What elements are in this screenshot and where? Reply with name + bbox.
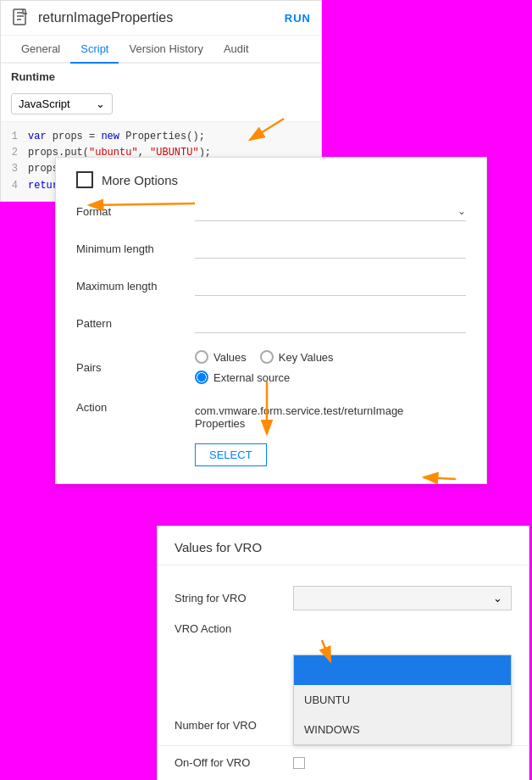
more-options-panel: More Options Format ⌄ Minimum length Max… [55, 157, 487, 484]
tab-audit[interactable]: Audit [213, 36, 259, 64]
pairs-first-row: Values Key Values [195, 350, 466, 364]
format-select[interactable]: ⌄ [195, 202, 466, 221]
tab-general[interactable]: General [11, 36, 70, 64]
line-num-2: 2 [1, 145, 28, 161]
on-off-for-vro-row: On-Off for VRO [158, 749, 529, 776]
app-title: returnImageProperties [38, 10, 285, 25]
action-row: Action com.vmware.form.service.test/retu… [76, 401, 466, 433]
action-text-1: com.vmware.form.service.test/returnImage [195, 404, 466, 417]
line-num-1: 1 [1, 129, 28, 145]
pattern-input[interactable] [195, 313, 466, 333]
runtime-label: Runtime [1, 64, 321, 90]
external-source-radio[interactable] [195, 370, 208, 384]
max-length-label: Maximum length [76, 280, 195, 292]
string-for-vro-chevron-icon: ⌄ [493, 592, 502, 604]
external-source-option[interactable]: External source [195, 370, 466, 384]
more-options-title: More Options [102, 173, 178, 187]
string-for-vro-dropdown-container: ⌄ [293, 586, 512, 610]
pattern-row: Pattern [76, 313, 466, 333]
min-length-label: Minimum length [76, 242, 195, 255]
string-for-vro-select[interactable]: ⌄ [293, 586, 512, 610]
key-values-label: Key Values [279, 351, 334, 364]
nav-tabs: General Script Version History Audit [1, 36, 321, 64]
more-options-header: More Options [76, 171, 466, 188]
vro-title: Values for VRO [158, 540, 529, 566]
runtime-value: JavaScript [19, 98, 70, 110]
vro-panel: Values for VRO String for VRO ⌄ VRO Acti… [157, 526, 529, 780]
run-button[interactable]: RUN [285, 12, 311, 25]
script-file-icon [11, 8, 31, 28]
min-length-row: Minimum length [76, 238, 466, 259]
vro-action-label: VRO Action [175, 622, 293, 635]
pairs-label: Pairs [76, 361, 195, 374]
more-options-checkbox[interactable] [76, 171, 93, 188]
vro-action-row: VRO Action UBUNTU WINDOWS [158, 617, 529, 640]
format-label: Format [76, 205, 195, 218]
svg-rect-0 [14, 9, 25, 25]
format-chevron-icon: ⌄ [457, 205, 466, 217]
action-value: com.vmware.form.service.test/returnImage… [195, 401, 466, 433]
tab-script[interactable]: Script [70, 36, 119, 64]
tab-version-history[interactable]: Version History [119, 36, 213, 64]
pairs-row: Pairs Values Key Values External source [76, 350, 466, 384]
code-content-1: var props = new Properties(); [28, 129, 205, 145]
vro-action-dropdown: UBUNTU WINDOWS [293, 655, 512, 745]
line-num-3: 3 [1, 161, 28, 177]
values-option[interactable]: Values [195, 350, 247, 364]
string-for-vro-row: String for VRO ⌄ [158, 579, 529, 617]
format-row: Format ⌄ [76, 202, 466, 221]
line-num-4: 4 [1, 178, 28, 194]
on-off-for-vro-checkbox[interactable] [293, 757, 305, 769]
action-label: Action [76, 401, 195, 414]
runtime-chevron-icon: ⌄ [96, 98, 105, 110]
title-bar: returnImageProperties RUN [1, 1, 321, 36]
pattern-label: Pattern [76, 317, 195, 330]
select-button[interactable]: SELECT [195, 443, 267, 466]
values-radio[interactable] [195, 350, 208, 364]
dropdown-item-ubuntu[interactable]: UBUNTU [294, 685, 511, 715]
vro-action-label-row: VRO Action UBUNTU WINDOWS [175, 622, 512, 635]
runtime-select-box[interactable]: JavaScript ⌄ [11, 93, 113, 114]
min-length-input[interactable] [195, 238, 466, 259]
string-for-vro-label: String for VRO [175, 592, 293, 604]
key-values-radio[interactable] [260, 350, 274, 364]
on-off-for-vro-label: On-Off for VRO [175, 756, 293, 769]
action-text-2: Properties [195, 417, 466, 430]
values-label: Values [213, 351, 247, 364]
dropdown-item-empty[interactable] [294, 655, 511, 685]
dropdown-item-windows[interactable]: WINDOWS [294, 715, 511, 744]
number-for-vro-label: Number for VRO [175, 719, 293, 732]
external-source-label: External source [213, 371, 290, 384]
key-values-option[interactable]: Key Values [260, 350, 334, 364]
max-length-row: Maximum length [76, 276, 466, 296]
runtime-select-row: JavaScript ⌄ [1, 90, 321, 121]
pairs-options: Values Key Values External source [195, 350, 466, 384]
code-line-1: 1 var props = new Properties(); [1, 129, 321, 145]
max-length-input[interactable] [195, 276, 466, 296]
